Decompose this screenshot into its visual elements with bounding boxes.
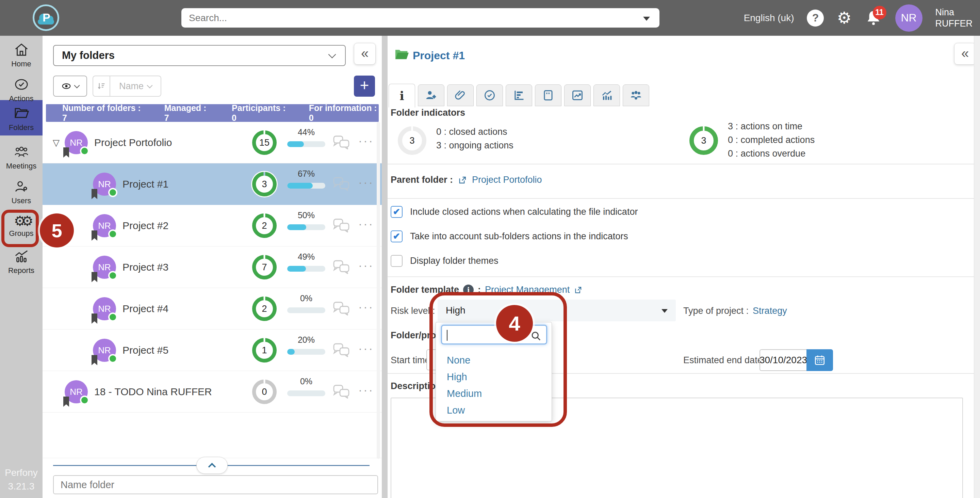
tab-team[interactable]	[623, 84, 649, 106]
type-of-project-link[interactable]: Strategy	[753, 305, 787, 316]
sidebar-item-users[interactable]: Users	[0, 179, 43, 205]
comments-icon[interactable]	[332, 259, 350, 275]
row-menu-button[interactable]: ···	[358, 300, 374, 313]
tab-notes[interactable]	[535, 84, 562, 106]
folder-name: 18 - TODO Nina RUFFER	[94, 386, 212, 398]
progress: 67%	[287, 169, 325, 189]
row-menu-button[interactable]: ···	[358, 217, 374, 231]
user-avatar[interactable]: NR	[895, 5, 923, 32]
collapse-panel-button[interactable]: «	[354, 43, 375, 65]
tab-gantt[interactable]	[506, 84, 532, 106]
folder-row[interactable]: NR Project #2 2 50% ···	[43, 205, 382, 247]
progress-bar	[287, 141, 325, 147]
checkbox-checked[interactable]: ✔	[391, 206, 402, 218]
calendar-button[interactable]	[807, 349, 833, 371]
comments-icon[interactable]	[332, 300, 350, 317]
calendar-icon	[814, 354, 826, 366]
bookmark-icon	[92, 272, 97, 282]
expand-arrow-icon[interactable]: ▽	[53, 137, 60, 148]
end-date-label: Estimated end date	[683, 355, 762, 366]
eye-icon	[61, 81, 72, 91]
trend-chart-icon	[571, 89, 584, 102]
section-folder-indicators: Folder indicators	[391, 108, 465, 118]
name-folder-input[interactable]	[53, 475, 378, 494]
row-menu-button[interactable]: ···	[358, 259, 374, 272]
folder-row[interactable]: ▽ NR Project Portofolio 15 44% ···	[43, 122, 382, 163]
comments-icon[interactable]	[332, 134, 350, 150]
folder-row[interactable]: NR 18 - TODO Nina RUFFER 0 0% ···	[43, 371, 382, 412]
progress: 0%	[287, 377, 325, 396]
home-icon	[14, 42, 29, 57]
scrollbar-track[interactable]	[974, 36, 980, 498]
tab-info[interactable]: i	[388, 84, 415, 108]
chevron-down-icon	[147, 83, 153, 89]
progress-bar	[287, 349, 325, 355]
progress-bar	[287, 307, 325, 313]
help-icon[interactable]: ?	[807, 10, 824, 27]
collapse-detail-button[interactable]: «	[954, 43, 976, 65]
language-selector[interactable]: English (uk)	[744, 13, 794, 24]
tab-trends[interactable]	[564, 84, 591, 106]
checkbox-checked[interactable]: ✔	[391, 231, 402, 242]
notification-badge: 11	[873, 6, 886, 19]
avatar: NR	[93, 297, 116, 320]
tab-members[interactable]	[418, 84, 444, 106]
folder-row[interactable]: NR Project #5 1 20% ···	[43, 329, 382, 371]
folder-name: Project Portofolio	[94, 137, 172, 148]
panel-divider	[382, 36, 388, 498]
sidebar-item-reports[interactable]: Reports	[0, 248, 43, 275]
checkbox-row[interactable]: Display folder themes	[391, 255, 498, 267]
folder-name: Project #1	[123, 178, 169, 190]
sort-field-button[interactable]: Name	[110, 76, 161, 97]
sidebar-item-folders[interactable]: Folders	[0, 105, 43, 132]
row-menu-button[interactable]: ···	[358, 176, 374, 189]
row-menu-button[interactable]: ···	[358, 383, 374, 396]
notifications-bell[interactable]: 11	[865, 8, 882, 27]
comments-icon[interactable]	[332, 217, 350, 234]
end-date-input[interactable]: 30/10/2023	[759, 349, 807, 371]
annotation-step-number-4: 4	[496, 305, 533, 342]
annotation-box-step5	[2, 210, 39, 247]
add-folder-button[interactable]: +	[354, 76, 375, 97]
open-folder-icon	[13, 105, 30, 121]
sidebar-item-actions[interactable]: Actions	[0, 76, 43, 103]
comments-icon[interactable]	[332, 383, 350, 399]
folder-row[interactable]: NR Project #3 7 49% ···	[43, 247, 382, 288]
search-scope-caret-icon[interactable]	[643, 17, 650, 21]
sidebar-item-meetings[interactable]: Meetings	[0, 144, 43, 170]
perfony-logo[interactable]: P	[33, 5, 59, 31]
folder-name: Project #5	[123, 344, 169, 356]
sort-arrow-icon	[96, 81, 107, 91]
visibility-filter-button[interactable]	[53, 76, 87, 97]
scrollbar-track[interactable]	[377, 122, 380, 459]
tab-attachments[interactable]	[447, 84, 474, 106]
action-count-ring: 7	[252, 255, 277, 280]
global-search	[181, 8, 659, 27]
chevron-down-icon	[74, 83, 80, 89]
checkbox-unchecked[interactable]	[391, 255, 402, 267]
sidebar-item-home[interactable]: Home	[0, 42, 43, 68]
folder-view-select[interactable]: My folders	[53, 45, 346, 66]
tab-stats[interactable]	[593, 84, 620, 106]
checkbox-row[interactable]: ✔ Include closed actions when calculatin…	[391, 206, 638, 218]
folder-row-selected[interactable]: NR Project #1 3 67% ···	[43, 163, 382, 205]
sort-direction-button[interactable]	[92, 76, 110, 97]
checkbox-row[interactable]: ✔ Take into account sub-folders actions …	[391, 231, 628, 242]
action-count-ring: 15	[252, 130, 277, 155]
row-menu-button[interactable]: ···	[358, 134, 374, 147]
tab-actions[interactable]	[476, 84, 503, 106]
folder-row[interactable]: NR Project #4 2 0% ···	[43, 288, 382, 329]
online-dot	[108, 229, 118, 239]
gear-icon[interactable]: ⚙	[837, 10, 851, 26]
row-menu-button[interactable]: ···	[358, 342, 374, 355]
search-input[interactable]	[189, 8, 631, 27]
comments-icon[interactable]	[332, 342, 350, 358]
action-count-ring: 0	[252, 380, 277, 404]
avatar: NR	[93, 339, 116, 362]
parent-folder-link[interactable]: Project Portofolio	[472, 175, 542, 185]
collapse-up-button[interactable]	[196, 457, 228, 474]
caret-down-icon	[662, 309, 668, 313]
comments-icon[interactable]	[332, 176, 350, 192]
progress: 20%	[287, 335, 325, 355]
online-dot	[80, 396, 89, 405]
